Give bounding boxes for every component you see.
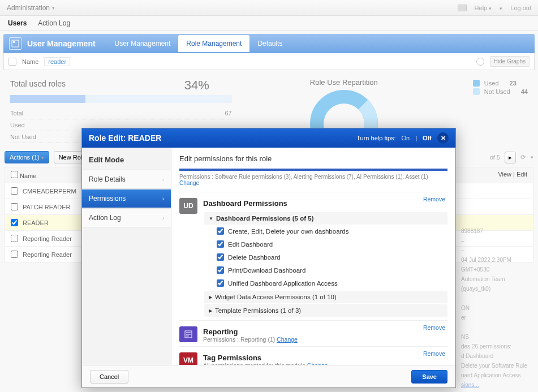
mail-icon[interactable]: [458, 5, 467, 11]
app-menu-label: Administration: [7, 4, 50, 12]
user-mgmt-icon: [9, 37, 21, 50]
filter-toggle-icon[interactable]: [8, 58, 16, 66]
row-checkbox[interactable]: [11, 203, 18, 210]
chart-legend: Used 23 Not Used 44: [473, 78, 528, 143]
chevron-down-icon: ▾: [52, 5, 55, 11]
close-icon[interactable]: ✕: [437, 132, 449, 144]
repartition-title: Role Use Repartition: [243, 78, 445, 87]
legend-swatch-used: [473, 80, 480, 87]
total-roles-pct: 34%: [184, 78, 209, 93]
modal-main: Edit permissions for this role Permissio…: [171, 148, 455, 365]
chevron-down-icon: ▾: [41, 155, 44, 161]
tab-defaults[interactable]: Defaults: [249, 35, 290, 52]
col-name: Name: [20, 173, 36, 179]
filter-bar: Name reader Hide Graphs: [3, 53, 535, 70]
logout-link[interactable]: Log out: [510, 5, 531, 11]
filter-name-value[interactable]: reader: [44, 57, 70, 66]
role-edit-modal: Role Edit: READER Turn help tips: On | O…: [81, 128, 456, 388]
app-menu[interactable]: Administration ▾: [7, 4, 55, 12]
stat-total-value: 67: [225, 110, 231, 117]
perm-card-title: Dashboard Permissions: [179, 198, 447, 208]
sub-nav: Users Action Log: [0, 16, 538, 31]
row-checkbox[interactable]: [11, 219, 18, 226]
module-badge-reporting: [179, 326, 197, 342]
legend-notused-value: 44: [521, 88, 528, 95]
actions-button[interactable]: Actions (1) ▾: [5, 151, 49, 163]
perm-label: Unified Dashboard Application Access: [228, 280, 338, 287]
remove-link[interactable]: Remove: [423, 324, 445, 331]
modal-sidebar: Edit Mode Role Details› Permissions› Act…: [82, 148, 171, 365]
save-button[interactable]: Save: [411, 370, 447, 384]
perm-checkbox[interactable]: [217, 279, 224, 287]
perm-card-tag: Remove VM Tag Permissions All permission…: [179, 346, 447, 365]
usage-bar: [10, 95, 232, 103]
modal-header: Role Edit: READER Turn help tips: On | O…: [82, 128, 455, 148]
cancel-button[interactable]: Cancel: [90, 370, 128, 384]
change-link[interactable]: Change: [277, 336, 298, 343]
perm-card-reporting: Remove Reporting Permissions : Reporting…: [179, 320, 447, 343]
col-actions: View | Edit: [498, 171, 527, 179]
remove-link[interactable]: Remove: [423, 350, 445, 357]
stat-used-label: Used: [10, 122, 25, 128]
donut-chart: [310, 90, 378, 132]
detail-panel-bg: 8988187 –– 04 Jul 2022 2:30PM GMT+0530 A…: [461, 226, 529, 392]
perm-checkbox[interactable]: [217, 240, 224, 248]
hide-graphs-button[interactable]: Hide Graphs: [490, 56, 530, 67]
select-all-checkbox[interactable]: [11, 171, 18, 178]
perm-group-header[interactable]: ▼Dashboard Permissions (5 of 5): [204, 212, 447, 225]
row-checkbox[interactable]: [11, 251, 18, 258]
legend-swatch-notused: [473, 88, 480, 95]
perm-checkbox[interactable]: [217, 227, 224, 235]
page-title: User Management: [27, 39, 96, 48]
perm-summary-crumb: Permissions : Software Rule permissions …: [171, 171, 455, 188]
help-tips-on[interactable]: On: [402, 135, 410, 141]
sidebar-item-role-details[interactable]: Role Details›: [82, 170, 171, 189]
page-next-button[interactable]: ▸: [505, 152, 516, 163]
row-checkbox[interactable]: [11, 187, 18, 195]
modal-title: Role Edit: READER: [89, 133, 161, 143]
filter-name-label: Name: [22, 58, 38, 65]
perm-card-title: Reporting: [179, 326, 447, 336]
change-link[interactable]: Change: [307, 362, 328, 365]
paging-label: of 5: [490, 154, 500, 161]
triangle-right-icon: ▶: [209, 308, 212, 313]
sidebar-item-action-log[interactable]: Action Log›: [82, 208, 171, 227]
subnav-actionlog[interactable]: Action Log: [38, 19, 70, 27]
perm-card-dashboard: Remove UD Dashboard Permissions ▼Dashboa…: [179, 192, 447, 317]
perm-label: Delete Dashboard: [228, 254, 281, 261]
perm-group-header[interactable]: ▶Template Permissions (1 of 3): [204, 304, 447, 317]
settings-caret-icon[interactable]: ▾: [531, 154, 533, 160]
tab-role-management[interactable]: Role Management: [178, 35, 249, 52]
sidebar-title: Edit Mode: [82, 153, 171, 170]
perm-checkbox[interactable]: [217, 266, 224, 274]
sidebar-item-permissions[interactable]: Permissions›: [82, 189, 171, 208]
perm-label: Create, Edit, Delete your own dashboards: [228, 228, 349, 235]
subnav-users[interactable]: Users: [8, 19, 27, 27]
module-badge-vm: VM: [179, 352, 197, 365]
row-checkbox[interactable]: [11, 235, 18, 242]
perm-card-title: Tag Permissions: [179, 352, 447, 362]
triangle-down-icon: ▼: [209, 216, 213, 221]
chevron-down-icon: ▾: [489, 6, 492, 11]
section-divider: [179, 169, 447, 171]
chevron-right-icon: ›: [162, 215, 164, 221]
page-header: User Management User Management Role Man…: [3, 34, 535, 53]
user-menu[interactable]: ▾: [500, 5, 502, 11]
legend-used-value: 23: [510, 80, 517, 87]
legend-notused-label: Not Used: [484, 88, 510, 95]
perm-label: Edit Dashboard: [228, 241, 273, 248]
global-topbar: Administration ▾ Help ▾ ▾ Log out: [0, 0, 538, 16]
svg-rect-0: [12, 40, 19, 47]
tab-user-management[interactable]: User Management: [107, 35, 179, 52]
help-tips-off[interactable]: Off: [423, 135, 432, 141]
change-link[interactable]: Change: [179, 180, 199, 186]
perm-checkbox[interactable]: [217, 253, 224, 261]
remove-link[interactable]: Remove: [423, 196, 445, 203]
help-tips-label: Turn help tips:: [356, 135, 395, 141]
perm-label: Print/Download Dashboard: [228, 267, 305, 274]
perm-group-header[interactable]: ▶Widget Data Access Permissions (1 of 10…: [204, 291, 447, 303]
refresh-icon[interactable]: ⟳: [520, 153, 526, 161]
triangle-right-icon: ▶: [209, 295, 212, 300]
help-menu[interactable]: Help ▾: [475, 5, 492, 11]
clear-filter-icon[interactable]: [476, 58, 484, 66]
